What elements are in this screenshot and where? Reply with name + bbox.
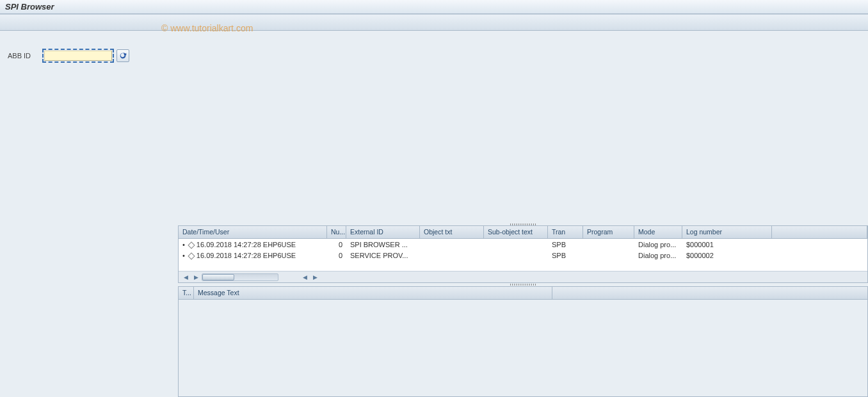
cell-object	[420, 244, 484, 245]
cell-sub-object	[484, 255, 548, 256]
cell-sub-object	[484, 244, 548, 245]
cell-external-id: SPI BROWSER ...	[346, 240, 420, 249]
refresh-button[interactable]	[117, 49, 129, 62]
cell-datetime: •16.09.2018 14:27:28 EHP6USE	[179, 240, 327, 249]
detail-area-empty	[178, 31, 868, 223]
message-grid-header: T... Message Text	[179, 287, 867, 300]
splitter-grip-icon	[510, 284, 536, 286]
scroll-right-icon-2[interactable]: ▶	[310, 273, 319, 282]
cell-object	[420, 255, 484, 256]
cell-datetime: •16.09.2018 14:27:28 EHP6USE	[179, 251, 327, 260]
log-row[interactable]: •16.09.2018 14:27:28 EHP6USE 0 SERVICE P…	[179, 250, 867, 261]
content-area: ABB ID Date/Time/User Nu... External ID …	[0, 31, 868, 397]
log-grid-header: Date/Time/User Nu... External ID Object …	[179, 226, 867, 239]
col-header-object-txt[interactable]: Object txt	[420, 226, 484, 238]
scroll-left-icon-2[interactable]: ◀	[300, 273, 309, 282]
cell-num: 0	[327, 251, 346, 260]
application-toolbar	[0, 14, 868, 31]
scroll-left-icon[interactable]: ◀	[181, 273, 190, 282]
diamond-icon	[188, 252, 195, 259]
abb-id-input[interactable]	[44, 51, 112, 61]
cell-datetime-text: 16.09.2018 14:27:28 EHP6USE	[197, 241, 296, 248]
cell-num: 0	[327, 240, 346, 249]
log-row[interactable]: •16.09.2018 14:27:28 EHP6USE 0 SPI BROWS…	[179, 239, 867, 250]
col-header-message-text[interactable]: Message Text	[194, 287, 552, 299]
col-header-datetime[interactable]: Date/Time/User	[179, 226, 327, 238]
log-grid-scrollbar: ◀ ▶ ◀ ▶	[179, 271, 867, 282]
cell-datetime-text: 16.09.2018 14:27:28 EHP6USE	[197, 252, 296, 259]
cell-external-id: SERVICE PROV...	[346, 251, 420, 260]
col-header-type[interactable]: T...	[179, 287, 194, 299]
message-grid: T... Message Text	[178, 286, 868, 397]
cell-mode: Dialog pro...	[634, 240, 682, 249]
col-header-rest	[772, 226, 867, 238]
cell-program	[583, 244, 634, 245]
scroll-right-icon[interactable]: ▶	[191, 273, 200, 282]
col-header-external-id[interactable]: External ID	[346, 226, 420, 238]
abb-id-focus-frame	[42, 49, 114, 63]
log-grid: Date/Time/User Nu... External ID Object …	[178, 225, 868, 283]
right-panel: Date/Time/User Nu... External ID Object …	[178, 31, 868, 397]
col-header-mode[interactable]: Mode	[634, 226, 682, 238]
cell-mode: Dialog pro...	[634, 251, 682, 260]
abb-id-label: ABB ID	[8, 52, 40, 60]
col-header-program[interactable]: Program	[583, 226, 634, 238]
col-header-sub-object[interactable]: Sub-object text	[484, 226, 548, 238]
col-header-num[interactable]: Nu...	[327, 226, 346, 238]
cell-log-number: $000001	[682, 240, 772, 249]
cell-log-number: $000002	[682, 251, 772, 260]
cell-tran: SPB	[548, 240, 583, 249]
abb-id-row: ABB ID	[8, 49, 178, 63]
col-header-tran[interactable]: Tran	[548, 226, 583, 238]
bullet-icon: •	[182, 241, 185, 248]
message-grid-body	[179, 300, 867, 396]
cell-tran: SPB	[548, 251, 583, 260]
scroll-thumb[interactable]	[202, 274, 234, 280]
left-panel: ABB ID	[0, 31, 178, 397]
cell-program	[583, 255, 634, 256]
diamond-icon	[188, 241, 195, 248]
scroll-track[interactable]	[202, 273, 278, 281]
log-grid-body: •16.09.2018 14:27:28 EHP6USE 0 SPI BROWS…	[179, 239, 867, 271]
bullet-icon: •	[182, 252, 185, 259]
col-header-log-number[interactable]: Log number	[682, 226, 772, 238]
refresh-icon	[118, 51, 127, 60]
title-bar: SPI Browser	[0, 0, 868, 14]
window-title: SPI Browser	[5, 2, 54, 12]
